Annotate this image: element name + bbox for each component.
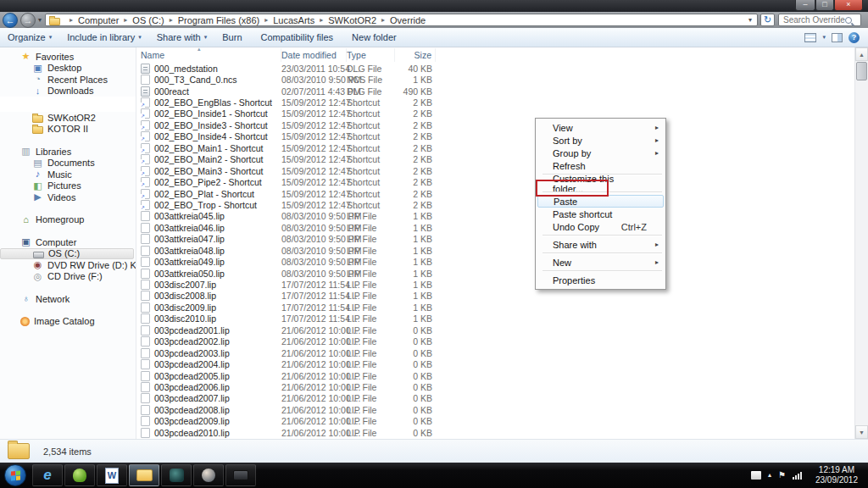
menu-item-share-with[interactable]: Share with ▸ — [536, 238, 665, 251]
internet-explorer-icon[interactable] — [32, 464, 63, 486]
help-icon[interactable]: ? — [849, 32, 860, 43]
file-row[interactable]: 003pcdead2007.lip 21/06/2012 10:00 ... L… — [136, 393, 854, 404]
file-row[interactable]: 002_EBO_Plat - Shortcut 15/09/2012 12:47… — [136, 188, 854, 199]
include-in-library-button[interactable]: Include in library ▾ — [59, 30, 149, 45]
file-row[interactable]: 002_EBO_Inside4 - Shortcut 15/09/2012 12… — [136, 131, 854, 142]
sidebar-item-music[interactable]: Music — [0, 169, 136, 180]
forward-button[interactable]: → — [20, 13, 36, 28]
file-row[interactable]: 003pcdead2010.lip 21/06/2012 10:00 ... L… — [136, 427, 854, 438]
refresh-button[interactable]: ↻ — [760, 14, 775, 26]
file-row[interactable]: 002_EBO_Main2 - Shortcut 15/09/2012 12:4… — [136, 154, 854, 165]
file-row[interactable]: 003pcdead2003.lip 21/06/2012 10:00 ... L… — [136, 347, 854, 358]
tray-app-icon[interactable] — [751, 471, 761, 480]
media-player-icon[interactable] — [193, 464, 224, 486]
file-row[interactable]: 000_T3_Cand_0.ncs 08/03/2010 9:50 PM NCS… — [136, 74, 854, 85]
file-row[interactable]: 003pcdead2005.lip 21/06/2012 10:00 ... L… — [136, 370, 854, 381]
file-row[interactable]: 003pcdead2009.lip 21/06/2012 10:00 ... L… — [136, 416, 854, 427]
file-row[interactable]: 003attkreia047.lip 08/03/2010 9:50 PM LI… — [136, 234, 854, 245]
file-row[interactable]: 003disc2008.lip 17/07/2012 11:54 ... LIP… — [136, 291, 854, 302]
scrollbar-thumb[interactable] — [856, 62, 867, 80]
word-icon[interactable] — [97, 464, 127, 486]
menu-item-view[interactable]: View ▸ — [536, 121, 665, 134]
sidebar-item-recent-places[interactable]: Recent Places — [0, 74, 136, 86]
file-row[interactable]: 002_EBO_Inside1 - Shortcut 15/09/2012 12… — [136, 108, 854, 119]
messenger-icon[interactable] — [64, 464, 95, 486]
breadcrumb-item[interactable]: ▸ LucasArts — [259, 15, 314, 25]
menu-item-paste-shortcut[interactable]: Paste shortcut — [536, 208, 665, 220]
sidebar-item-cd-drive[interactable]: CD Drive (F:) — [0, 271, 136, 283]
file-row[interactable]: 002_EBO_EngBlas - Shortcut 15/09/2012 12… — [136, 97, 854, 108]
preview-pane-icon[interactable] — [832, 33, 843, 42]
file-row[interactable]: 003attkreia049.lip 08/03/2010 9:50 PM LI… — [136, 256, 854, 267]
share-with-button[interactable]: Share with ▾ — [149, 30, 215, 45]
sidebar-item-homegroup[interactable]: Homegroup — [0, 214, 136, 226]
file-row[interactable]: 000_medstation 23/03/2011 10:54 ... DLG … — [136, 63, 854, 74]
minimize-button[interactable]: – — [795, 0, 815, 11]
compatibility-files-button[interactable]: Compatibility files — [253, 30, 345, 45]
file-row[interactable]: 002_EBO_Inside3 - Shortcut 15/09/2012 12… — [136, 119, 854, 130]
menu-item-paste[interactable]: Paste — [537, 195, 664, 208]
explorer-icon[interactable] — [129, 464, 159, 486]
vertical-scrollbar[interactable]: ▲ ▼ — [854, 47, 868, 439]
maximize-button[interactable]: □ — [815, 0, 834, 11]
sidebar-item-dvd-drive[interactable]: DVD RW Drive (D:) K2_UK_v_1_0_ds — [0, 259, 136, 271]
history-dropdown-icon[interactable]: ▾ — [38, 16, 42, 24]
sidebar-item-network[interactable]: Network — [0, 293, 136, 305]
file-row[interactable]: 002_EBO_Main1 - Shortcut 15/09/2012 12:4… — [136, 142, 854, 153]
scroll-up-arrow-icon[interactable]: ▲ — [855, 47, 868, 61]
breadcrumb-item[interactable]: ▸ Override — [376, 15, 426, 25]
hidden-icons-chevron[interactable]: ▴ — [768, 471, 771, 480]
column-header-size[interactable]: Size — [395, 48, 436, 62]
sidebar-item-documents[interactable]: Documents — [0, 158, 136, 169]
menu-item-refresh[interactable]: Refresh — [536, 159, 665, 172]
file-row[interactable]: 002_EBO_Main3 - Shortcut 15/09/2012 12:4… — [136, 165, 854, 176]
change-view-icon[interactable] — [804, 33, 816, 42]
action-center-flag-icon[interactable]: ⚑ — [778, 471, 786, 480]
file-row[interactable]: 002_EBO_Trop - Shortcut 15/09/2012 12:47… — [136, 199, 854, 210]
camera-icon[interactable] — [225, 464, 256, 486]
file-row[interactable]: 002_EBO_Pipe2 - Shortcut 15/09/2012 12:4… — [136, 176, 854, 187]
address-dropdown-icon[interactable]: ▾ — [743, 16, 757, 24]
sidebar-item-desktop[interactable]: Desktop — [0, 63, 136, 75]
file-row[interactable]: 003attkreia045.lip 08/03/2010 9:50 PM LI… — [136, 211, 854, 222]
sidebar-item-swkotor2[interactable]: SWKotOR2 — [0, 112, 136, 124]
file-row[interactable]: 000react 02/07/2011 4:43 PM DLG File 490… — [136, 86, 854, 97]
file-row[interactable]: 003pcdead2008.lip 21/06/2012 10:00 ... L… — [136, 404, 854, 415]
file-row[interactable]: 003pcdead2004.lip 21/06/2012 10:00 ... L… — [136, 358, 854, 369]
column-header-type[interactable]: Type — [347, 48, 395, 62]
burn-button[interactable]: Burn — [214, 30, 253, 45]
new-folder-button[interactable]: New folder — [344, 30, 408, 45]
taskbar-clock[interactable]: 12:19 AM 23/09/2012 — [810, 465, 863, 485]
file-row[interactable]: 003disc2007.lip 17/07/2012 11:54 ... LIP… — [136, 279, 854, 290]
breadcrumb-item[interactable]: ▸ Program Files (x86) — [164, 15, 260, 25]
file-row[interactable]: 003pcdead2001.lip 21/06/2012 10:00 ... L… — [136, 324, 854, 336]
file-row[interactable]: 003pcdead2006.lip 21/06/2012 10:00 ... L… — [136, 381, 854, 392]
column-header-name[interactable]: Name — [141, 48, 281, 62]
file-row[interactable]: 003attkreia050.lip 08/03/2010 9:50 PM LI… — [136, 268, 854, 279]
censored-area[interactable] — [0, 97, 136, 112]
sidebar-item-favorites[interactable]: Favorites — [0, 51, 136, 63]
sidebar-item-downloads[interactable]: Downloads — [0, 86, 136, 97]
start-button[interactable] — [4, 464, 26, 486]
sidebar-item-kotor-ii[interactable]: KOTOR II — [0, 124, 136, 136]
close-button[interactable]: × — [834, 0, 863, 11]
breadcrumb-item[interactable]: ▸ SWKotOR2 — [314, 15, 376, 25]
sidebar-item-libraries[interactable]: Libraries — [0, 146, 136, 158]
file-row[interactable]: 003disc2010.lip 17/07/2012 11:54 ... LIP… — [136, 313, 854, 324]
organize-button[interactable]: Organize ▾ — [0, 30, 59, 45]
file-row[interactable]: 003disc2009.lip 17/07/2012 11:54 ... LIP… — [136, 302, 854, 313]
file-row[interactable]: 003attkreia046.lip 08/03/2010 9:50 PM LI… — [136, 222, 854, 233]
sidebar-item-image-catalog[interactable]: Image Catalog — [0, 316, 136, 328]
breadcrumb-item[interactable]: ▸ Computer — [64, 15, 119, 25]
back-button[interactable]: ← — [3, 13, 18, 28]
sidebar-item-pictures[interactable]: Pictures — [0, 180, 136, 192]
menu-item-group-by[interactable]: Group by ▸ — [536, 147, 665, 159]
sidebar-item-os-c[interactable]: OS (C:) — [0, 248, 134, 260]
game-icon[interactable] — [161, 464, 192, 486]
menu-item-properties[interactable]: Properties — [536, 274, 665, 286]
breadcrumb-item[interactable]: ▸ OS (C:) — [119, 15, 164, 25]
column-header-date-modified[interactable]: Date modified — [281, 48, 347, 62]
sidebar-item-computer[interactable]: Computer — [0, 236, 136, 248]
scroll-down-arrow-icon[interactable]: ▼ — [855, 425, 868, 439]
views-caret-icon[interactable]: ▾ — [822, 34, 826, 41]
